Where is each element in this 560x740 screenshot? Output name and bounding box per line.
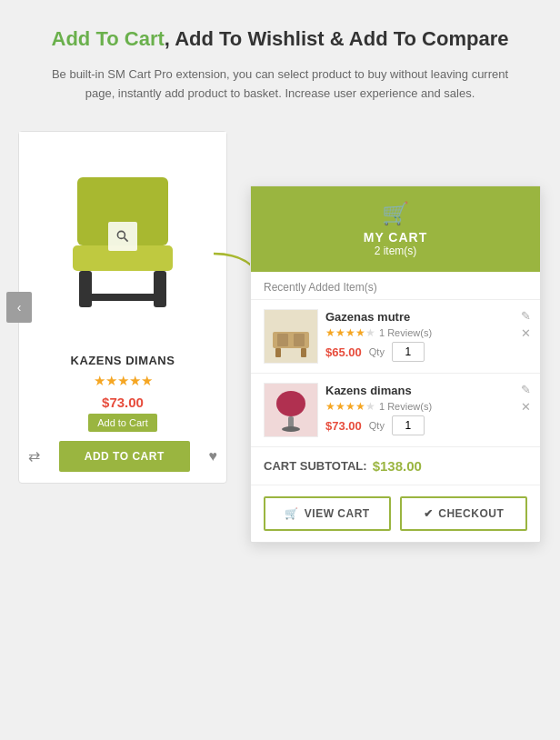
ci2-star-4: ★: [355, 400, 365, 413]
ci1-star-3: ★: [345, 326, 355, 339]
cart-item-2-actions: ✎ ✕: [521, 383, 531, 414]
title-rest: , Add To Wishlist & Add To Compare: [165, 27, 509, 50]
wishlist-icon[interactable]: ♥: [208, 448, 217, 465]
cart-title: MY CART: [364, 230, 428, 245]
ci2-star-3: ★: [345, 400, 355, 413]
cart-item-2: Kazens dimans ★ ★ ★ ★ ★ 1 Review(s) $73.…: [251, 374, 540, 447]
checkout-icon: ✔: [424, 507, 434, 520]
cart-count: 2 item(s): [375, 245, 417, 257]
svg-rect-11: [277, 334, 288, 346]
view-cart-label: VIEW CART: [305, 507, 370, 520]
svg-point-5: [117, 231, 125, 238]
star-2: ★: [105, 373, 117, 389]
svg-rect-10: [301, 348, 306, 357]
ci1-star-4: ★: [355, 326, 365, 339]
star-5: ★: [141, 373, 153, 389]
checkout-label: CHECKOUT: [438, 507, 504, 520]
cart-item-2-review: 1 Review(s): [379, 401, 432, 412]
star-1: ★: [94, 373, 105, 389]
ci1-star-5: ★: [365, 326, 375, 339]
cart-item-2-remove-icon[interactable]: ✕: [521, 400, 531, 414]
svg-line-6: [125, 237, 128, 241]
ci1-star-1: ★: [325, 326, 335, 339]
cart-item-2-edit-icon[interactable]: ✎: [521, 383, 531, 396]
view-cart-button[interactable]: 🛒 VIEW CART: [264, 496, 391, 531]
cart-item-1-qty-input[interactable]: [392, 342, 425, 362]
product-price: $73.00: [19, 395, 226, 410]
cart-subtotal: CART SUBTOTAL: $138.00: [251, 447, 540, 485]
cart-item-2-qty-label: Qty: [369, 420, 385, 431]
cart-item-1-image: [264, 309, 318, 364]
svg-rect-2: [79, 271, 92, 307]
star-4: ★: [129, 373, 141, 389]
cart-subtotal-value: $138.00: [373, 458, 422, 474]
ci1-star-2: ★: [335, 326, 345, 339]
svg-point-13: [276, 391, 305, 416]
svg-rect-9: [275, 348, 281, 357]
star-3: ★: [117, 373, 129, 389]
title-highlight: Add To Cart: [52, 27, 165, 50]
page-header: Add To Cart, Add To Wishlist & Add To Co…: [18, 27, 542, 51]
cart-item-2-name: Kazens dimans: [325, 384, 520, 397]
product-prev-button[interactable]: ‹: [6, 292, 32, 323]
demo-area: ‹: [18, 131, 542, 484]
cart-subtotal-label: CART SUBTOTAL:: [264, 459, 367, 473]
svg-rect-4: [79, 294, 166, 301]
cart-dropdown: 🛒 MY CART 2 item(s) Recently Added Item(…: [250, 185, 541, 543]
add-to-cart-main-button[interactable]: ADD TO CART: [59, 441, 190, 472]
page-container: Add To Cart, Add To Wishlist & Add To Co…: [18, 27, 542, 484]
cart-item-1-price-qty: $65.00 Qty: [325, 342, 520, 362]
product-card: ‹: [18, 131, 227, 484]
cart-header: 🛒 MY CART 2 item(s): [251, 186, 540, 272]
chevron-left-icon: ‹: [17, 300, 22, 315]
product-rating: ★ ★ ★ ★ ★: [19, 373, 226, 389]
view-cart-icon: 🛒: [285, 507, 299, 520]
cart-item-2-qty-input[interactable]: [392, 415, 425, 435]
product-name: KAZENS DIMANS: [26, 354, 219, 367]
cart-item-1-stars: ★ ★ ★ ★ ★ 1 Review(s): [325, 326, 520, 339]
cart-item-1-name: Gazenas mutre: [325, 310, 520, 324]
checkout-button[interactable]: ✔ CHECKOUT: [400, 496, 527, 531]
cart-item-2-details: Kazens dimans ★ ★ ★ ★ ★ 1 Review(s) $73.…: [318, 384, 527, 435]
cart-item-1-review: 1 Review(s): [379, 327, 432, 338]
cart-item-1-remove-icon[interactable]: ✕: [521, 326, 531, 340]
ci2-star-5: ★: [365, 400, 375, 413]
cart-item-1-actions: ✎ ✕: [521, 309, 531, 340]
cart-item-2-image: [264, 383, 318, 437]
ci2-star-1: ★: [325, 400, 335, 413]
product-image-area: [19, 132, 226, 341]
cart-item-1-price: $65.00: [325, 345, 362, 359]
cart-item: Gazenas mutre ★ ★ ★ ★ ★ 1 Review(s) $65.…: [251, 300, 540, 374]
compare-icon[interactable]: ⇄: [28, 447, 40, 465]
page-title: Add To Cart, Add To Wishlist & Add To Co…: [18, 27, 542, 51]
recently-added-label: Recently Added Item(s): [251, 272, 540, 300]
cart-item-2-stars: ★ ★ ★ ★ ★ 1 Review(s): [325, 400, 520, 413]
cart-item-1-qty-label: Qty: [369, 346, 385, 357]
svg-point-15: [282, 426, 300, 432]
cart-item-1-edit-icon[interactable]: ✎: [521, 309, 531, 323]
cart-item-2-price-qty: $73.00 Qty: [325, 415, 520, 435]
cart-item-1-details: Gazenas mutre ★ ★ ★ ★ ★ 1 Review(s) $65.…: [318, 310, 527, 362]
svg-rect-3: [154, 271, 166, 307]
cart-icon: 🛒: [382, 201, 409, 226]
cart-item-2-price: $73.00: [325, 419, 362, 433]
ci2-star-2: ★: [335, 400, 345, 413]
product-actions: ⇄ ADD TO CART ♥: [19, 441, 226, 472]
product-search-button[interactable]: [108, 222, 137, 251]
cart-buttons: 🛒 VIEW CART ✔ CHECKOUT: [251, 485, 540, 542]
svg-rect-12: [294, 334, 305, 346]
page-subtitle: Be built-in SM Cart Pro extension, you c…: [44, 65, 516, 104]
add-to-cart-small-button[interactable]: Add to Cart: [88, 414, 157, 432]
